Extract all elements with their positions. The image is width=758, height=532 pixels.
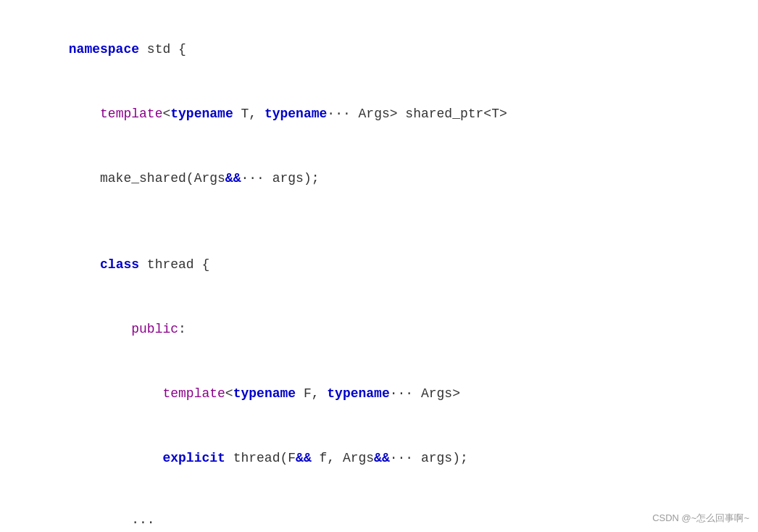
keyword-typename4: typename bbox=[327, 386, 389, 401]
code-text: < bbox=[162, 107, 170, 121]
indent bbox=[69, 257, 100, 272]
code-text: ··· Args> shared_ptr<T> bbox=[327, 107, 507, 121]
code-text: f, Args bbox=[312, 451, 374, 465]
operator-and3: && bbox=[374, 451, 390, 465]
keyword-template2: template bbox=[162, 386, 225, 401]
keyword-template: template bbox=[100, 107, 162, 121]
keyword-typename3: typename bbox=[233, 386, 296, 401]
code-line-5: class thread { bbox=[22, 233, 736, 297]
code-text: thread { bbox=[139, 257, 209, 272]
keyword-namespace: namespace bbox=[69, 42, 139, 57]
keyword-class: class bbox=[100, 257, 139, 272]
code-text: T, bbox=[233, 107, 265, 121]
code-line-8: explicit thread(F&& f, Args&&··· args); bbox=[22, 426, 736, 491]
code-line-9: ··· bbox=[22, 491, 736, 532]
indent bbox=[69, 322, 131, 336]
indent: make_shared(Args bbox=[69, 171, 225, 186]
indent bbox=[69, 107, 100, 121]
operator-and: && bbox=[225, 171, 241, 186]
operator-and2: && bbox=[296, 451, 312, 465]
code-text: ··· args); bbox=[241, 171, 319, 186]
code-text: : bbox=[178, 322, 186, 336]
code-line-7: template<typename F, typename··· Args> bbox=[22, 362, 736, 426]
code-container: namespace std { template<typename T, typ… bbox=[0, 0, 758, 532]
code-line-1: namespace std { bbox=[22, 17, 736, 82]
code-block: namespace std { template<typename T, typ… bbox=[22, 17, 736, 532]
indent bbox=[69, 451, 163, 465]
indent bbox=[69, 386, 163, 401]
code-line-2: template<typename T, typename··· Args> s… bbox=[22, 82, 736, 146]
keyword-typename2: typename bbox=[265, 107, 327, 121]
code-text: std { bbox=[139, 42, 186, 57]
code-line-6: public: bbox=[22, 297, 736, 362]
code-text: ··· bbox=[69, 515, 155, 530]
code-text: ··· args); bbox=[390, 451, 468, 465]
code-text: ··· Args> bbox=[390, 386, 460, 401]
code-text: thread(F bbox=[225, 451, 296, 465]
code-line-empty-1 bbox=[22, 211, 736, 233]
keyword-typename: typename bbox=[170, 107, 233, 121]
keyword-explicit: explicit bbox=[162, 451, 225, 465]
code-text: F, bbox=[296, 386, 327, 401]
keyword-public: public bbox=[131, 322, 178, 336]
code-line-3: make_shared(Args&&··· args); bbox=[22, 146, 736, 211]
watermark: CSDN @~怎么回事啊~ bbox=[652, 511, 749, 526]
code-text: < bbox=[225, 386, 233, 401]
